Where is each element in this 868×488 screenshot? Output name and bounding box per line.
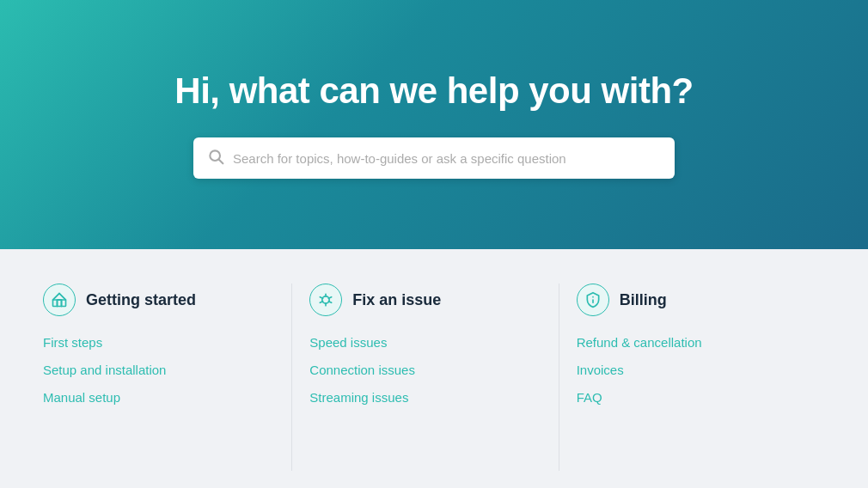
shield-icon <box>577 284 609 316</box>
category-header-billing: Billing <box>577 284 808 316</box>
category-links-billing: Refund & cancellationInvoicesFAQ <box>577 335 808 406</box>
search-bar <box>193 137 675 179</box>
bug-icon <box>309 284 342 316</box>
list-item: Invoices <box>577 363 808 378</box>
hero-title: Hi, what can we help you with? <box>174 70 693 112</box>
search-icon <box>207 148 224 168</box>
category-links-getting-started: First stepsSetup and installationManual … <box>43 335 274 406</box>
category-links-fix-an-issue: Speed issuesConnection issuesStreaming i… <box>309 335 541 406</box>
list-item: First steps <box>43 335 274 351</box>
list-item: Connection issues <box>309 363 541 378</box>
content-area: Getting startedFirst stepsSetup and inst… <box>0 249 868 488</box>
svg-point-3 <box>322 296 329 303</box>
svg-line-1 <box>219 160 223 164</box>
category-title-billing: Billing <box>620 291 667 309</box>
list-item: FAQ <box>577 390 808 406</box>
category-title-fix-an-issue: Fix an issue <box>352 291 441 309</box>
link-first-steps[interactable]: First steps <box>43 335 102 350</box>
category-getting-started: Getting startedFirst stepsSetup and inst… <box>43 284 292 471</box>
category-title-getting-started: Getting started <box>86 291 196 309</box>
link-connection-issues[interactable]: Connection issues <box>309 363 415 377</box>
category-billing: BillingRefund & cancellationInvoicesFAQ <box>559 284 825 471</box>
link-speed-issues[interactable]: Speed issues <box>309 335 387 350</box>
list-item: Setup and installation <box>43 363 274 378</box>
list-item: Manual setup <box>43 390 274 406</box>
category-header-getting-started: Getting started <box>43 284 274 316</box>
category-fix-an-issue: Fix an issueSpeed issuesConnection issue… <box>292 284 559 471</box>
link-faq[interactable]: FAQ <box>577 390 602 405</box>
home-icon <box>43 284 76 316</box>
search-input[interactable] <box>233 151 661 166</box>
link-refund--cancellation[interactable]: Refund & cancellation <box>577 335 702 350</box>
list-item: Streaming issues <box>309 390 541 406</box>
list-item: Speed issues <box>309 335 541 351</box>
list-item: Refund & cancellation <box>577 335 808 351</box>
link-setup-and-installation[interactable]: Setup and installation <box>43 363 166 377</box>
link-manual-setup[interactable]: Manual setup <box>43 390 120 405</box>
link-invoices[interactable]: Invoices <box>577 363 624 377</box>
category-header-fix-an-issue: Fix an issue <box>309 284 541 316</box>
hero-section: Hi, what can we help you with? <box>0 0 868 249</box>
svg-rect-2 <box>53 300 66 307</box>
link-streaming-issues[interactable]: Streaming issues <box>309 390 408 405</box>
